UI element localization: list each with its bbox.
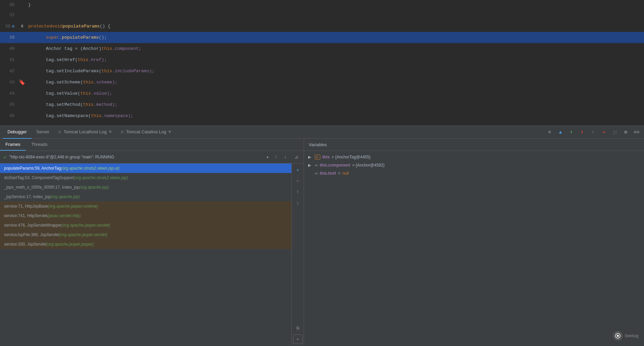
code-gutter-43: 🔖 — [19, 79, 25, 86]
variables-list: ▶ ≡ this = {AnchorTag@4455} ▶ ∞ this.com… — [304, 151, 644, 346]
var-name-this-href: this.href — [320, 171, 336, 176]
var-icon-this: ≡ — [315, 155, 320, 159]
line-number-38: 38 ⊙ — [0, 21, 19, 32]
line-number-41: 41 — [0, 54, 19, 65]
frames-toolbar-up[interactable]: ↑ — [293, 187, 303, 197]
frames-toolbar-minus[interactable]: − — [293, 176, 303, 186]
sub-tabs: Frames Threads — [0, 139, 304, 151]
toolbar-btn-step-out[interactable]: ↑ — [588, 128, 598, 137]
thread-arrows: ↑ ↓ — [272, 153, 289, 161]
toolbar-btn-menu[interactable]: ≡ — [545, 128, 554, 137]
code-line-45: 45 tag.setMethod(this.method); — [0, 99, 644, 110]
frames-toolbar-copy[interactable]: ⎘ — [293, 324, 303, 333]
tab-close-tomcat-localhost[interactable]: ✕ — [109, 130, 112, 134]
panel-content: Frames Threads ✓ "http-nio-8084-exec-8"@… — [0, 139, 644, 346]
thread-dropdown-arrow[interactable]: ▾ — [266, 154, 269, 160]
line-number-43: 43 — [0, 77, 19, 88]
line-number-45: 45 — [0, 99, 19, 110]
code-content-44: tag.setValue(this.value); — [25, 88, 644, 99]
tab-close-tomcat-catalina[interactable]: ✕ — [168, 130, 171, 134]
toolbar-btn-run-to-cursor[interactable]: ↩ — [599, 128, 609, 137]
var-name-this: this — [322, 155, 329, 159]
line-number-40: 40 — [0, 43, 19, 54]
code-content-36: } — [25, 0, 644, 9]
code-line-37: 37 — [0, 9, 644, 21]
bottom-panel: Debugger Server ▷ Tomcat Localhost Log ✕… — [0, 126, 644, 346]
frame-item-6[interactable]: service:476, JspServletWrapper (org.apac… — [0, 220, 291, 230]
code-editor: 36 } 37 38 ⊙ ⏸ protected void populatePa… — [0, 0, 644, 126]
filter-btn[interactable]: ⊿ — [292, 153, 300, 161]
code-gutter-38: ⏸ — [19, 24, 25, 29]
toolbar-btn-resume[interactable]: ▲ — [556, 128, 565, 137]
frames-toolbar-infinite[interactable]: ∞ — [293, 334, 303, 344]
seebug-logo: Seebug — [613, 331, 639, 341]
panel-toolbar: ≡ ▲ ⬇ ⬆ ↑ ↩ ⬚ ⊞ ≡≡ — [545, 128, 641, 137]
line-number-42: 42 — [0, 65, 19, 77]
line-number-36: 36 — [0, 0, 19, 9]
debugger-left: Frames Threads ✓ "http-nio-8084-exec-8"@… — [0, 139, 304, 346]
thread-selector: ✓ "http-nio-8084-exec-8"@2,446 in group … — [0, 151, 304, 164]
thread-up-btn[interactable]: ↑ — [272, 153, 280, 161]
var-value-this-href: null — [342, 171, 349, 176]
subtab-threads[interactable]: Threads — [26, 139, 53, 151]
tab-tomcat-catalina-log[interactable]: ▷ Tomcat Catalina Log ✕ — [117, 126, 176, 139]
toolbar-btn-step-over[interactable]: ⬇ — [567, 128, 576, 137]
code-content-38: protected void populateParams() { — [25, 21, 644, 32]
seebug-circle — [613, 331, 623, 341]
var-expand-this-component[interactable]: ▶ — [308, 163, 313, 168]
toolbar-btn-step-into[interactable]: ⬆ — [577, 128, 587, 137]
tab-icon-tomcat-catalina: ▷ — [121, 130, 124, 134]
code-content-46: tag.setNamespace(this.namespace); — [25, 110, 644, 121]
code-content-40: Anchor tag = (Anchor)this.component; — [25, 43, 644, 54]
code-line-39: 39 super.populateParams(); — [0, 32, 644, 43]
breakpoint-marker: ⏸ — [20, 24, 24, 29]
code-line-42: 42 tag.setIncludeParams(this.includePara… — [0, 65, 644, 77]
svg-point-1 — [617, 335, 619, 337]
code-content-37 — [25, 9, 644, 21]
var-icon-infinite-component: ∞ — [315, 163, 318, 168]
line-number-46: 46 — [0, 110, 19, 121]
frame-item-7[interactable]: serviceJspFile:386, JspServlet (org.apac… — [0, 230, 291, 239]
var-name-this-component: this.component — [320, 163, 350, 168]
frame-item-5[interactable]: service:741, HttpServlet (javax.servlet.… — [0, 211, 291, 220]
code-line-46: 46 tag.setNamespace(this.namespace); — [0, 110, 644, 121]
frames-scroll-area: populateParams:59, AnchorTag (org.apache… — [0, 164, 304, 346]
thread-down-btn[interactable]: ↓ — [281, 153, 289, 161]
code-content-45: tag.setMethod(this.method); — [25, 99, 644, 110]
code-line-36: 36 } — [0, 0, 644, 9]
line-number-37: 37 — [0, 9, 19, 21]
variables-header: Variables — [304, 139, 644, 151]
var-icon-infinite-href: ∞ — [315, 171, 318, 176]
frames-toolbar-add[interactable]: + — [293, 166, 303, 175]
tab-server[interactable]: Server — [32, 126, 54, 139]
frame-item-4[interactable]: service:71, HttpJspBase (org.apache.jasp… — [0, 201, 291, 211]
variables-content: ▶ ≡ this = {AnchorTag@4455} ▶ ∞ this.com… — [304, 151, 644, 346]
code-line-41: 41 tag.setHref(this.href); — [0, 54, 644, 65]
code-line-40: 40 Anchor tag = (Anchor)this.component; — [0, 43, 644, 54]
toolbar-btn-list-view[interactable]: ≡≡ — [632, 128, 641, 137]
seebug-icon — [615, 333, 621, 339]
panel-tabs: Debugger Server ▷ Tomcat Localhost Log ✕… — [0, 126, 644, 139]
code-line-43: 43 🔖 tag.setScheme(this.scheme); — [0, 77, 644, 88]
frame-item-0[interactable]: populateParams:59, AnchorTag (org.apache… — [0, 164, 291, 173]
frame-item-1[interactable]: doStartTag:53, ComponentTagSupport (org.… — [0, 173, 291, 182]
frame-item-2[interactable]: _jspx_meth_s_005fa_005f0:17, index_jsp (… — [0, 182, 291, 192]
code-content-43: tag.setScheme(this.scheme); — [25, 77, 644, 88]
debugger-right: Variables ▶ ≡ this = {AnchorTag@4455} ▶ … — [304, 139, 644, 346]
frames-side-toolbar: + − ↑ ↓ ⎘ ∞ — [291, 164, 304, 346]
var-expand-this[interactable]: ▶ — [308, 155, 313, 159]
var-value-this: = {AnchorTag@4455} — [332, 155, 371, 159]
subtab-frames[interactable]: Frames — [0, 139, 26, 151]
var-item-this[interactable]: ▶ ≡ this = {AnchorTag@4455} — [304, 153, 644, 161]
var-value-this-component: = {Anchor@4592} — [352, 163, 384, 168]
toolbar-btn-table-view[interactable]: ⊞ — [621, 128, 630, 137]
frame-item-8[interactable]: service:330, JspServlet (org.apache.jasp… — [0, 239, 291, 249]
tab-tomcat-localhost-log[interactable]: ▷ Tomcat Localhost Log ✕ — [54, 126, 116, 139]
code-content-39: super.populateParams(); — [25, 32, 644, 43]
frame-item-3[interactable]: _jspService:17, index_jsp (org.apache.js… — [0, 192, 291, 201]
frames-list[interactable]: populateParams:59, AnchorTag (org.apache… — [0, 164, 291, 346]
toolbar-btn-evaluate[interactable]: ⬚ — [610, 128, 620, 137]
tab-debugger[interactable]: Debugger — [3, 126, 32, 139]
var-item-this-component[interactable]: ▶ ∞ this.component = {Anchor@4592} — [304, 161, 644, 169]
frames-toolbar-down[interactable]: ↓ — [293, 198, 303, 208]
